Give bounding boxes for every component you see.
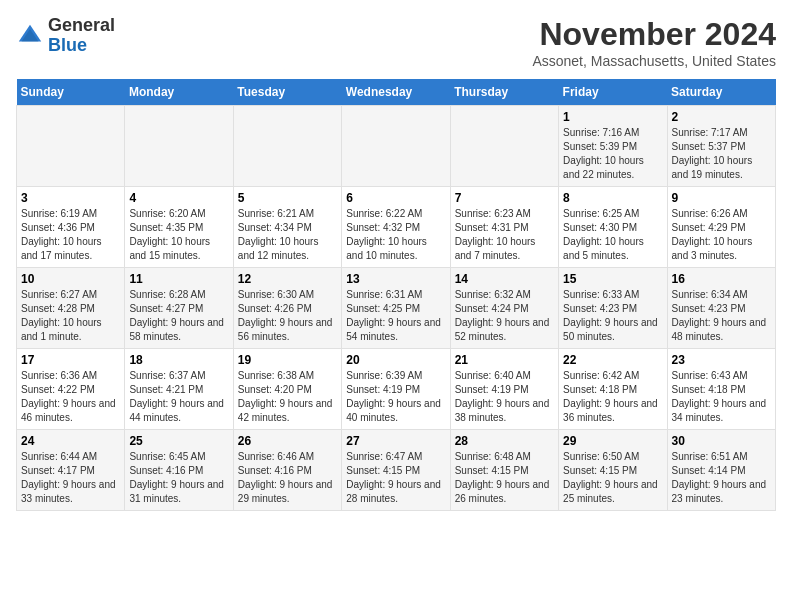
logo-icon <box>16 22 44 50</box>
title-area: November 2024 Assonet, Massachusetts, Un… <box>532 16 776 69</box>
calendar-table: SundayMondayTuesdayWednesdayThursdayFrid… <box>16 79 776 511</box>
day-info: Sunrise: 6:42 AM Sunset: 4:18 PM Dayligh… <box>563 369 662 425</box>
day-number: 7 <box>455 191 554 205</box>
day-info: Sunrise: 6:45 AM Sunset: 4:16 PM Dayligh… <box>129 450 228 506</box>
day-number: 28 <box>455 434 554 448</box>
calendar-cell <box>233 106 341 187</box>
day-number: 25 <box>129 434 228 448</box>
calendar-cell: 9Sunrise: 6:26 AM Sunset: 4:29 PM Daylig… <box>667 187 775 268</box>
day-number: 22 <box>563 353 662 367</box>
calendar-cell: 24Sunrise: 6:44 AM Sunset: 4:17 PM Dayli… <box>17 430 125 511</box>
day-number: 10 <box>21 272 120 286</box>
day-number: 29 <box>563 434 662 448</box>
day-number: 12 <box>238 272 337 286</box>
calendar-cell: 4Sunrise: 6:20 AM Sunset: 4:35 PM Daylig… <box>125 187 233 268</box>
location: Assonet, Massachusetts, United States <box>532 53 776 69</box>
day-number: 11 <box>129 272 228 286</box>
week-row-1: 3Sunrise: 6:19 AM Sunset: 4:36 PM Daylig… <box>17 187 776 268</box>
day-info: Sunrise: 6:25 AM Sunset: 4:30 PM Dayligh… <box>563 207 662 263</box>
calendar-cell: 10Sunrise: 6:27 AM Sunset: 4:28 PM Dayli… <box>17 268 125 349</box>
calendar-cell: 15Sunrise: 6:33 AM Sunset: 4:23 PM Dayli… <box>559 268 667 349</box>
day-info: Sunrise: 6:30 AM Sunset: 4:26 PM Dayligh… <box>238 288 337 344</box>
day-info: Sunrise: 6:44 AM Sunset: 4:17 PM Dayligh… <box>21 450 120 506</box>
calendar-cell <box>125 106 233 187</box>
day-info: Sunrise: 6:20 AM Sunset: 4:35 PM Dayligh… <box>129 207 228 263</box>
header-saturday: Saturday <box>667 79 775 106</box>
logo-blue: Blue <box>48 35 87 55</box>
logo: General Blue <box>16 16 115 56</box>
day-info: Sunrise: 6:34 AM Sunset: 4:23 PM Dayligh… <box>672 288 771 344</box>
day-info: Sunrise: 6:31 AM Sunset: 4:25 PM Dayligh… <box>346 288 445 344</box>
calendar-cell: 2Sunrise: 7:17 AM Sunset: 5:37 PM Daylig… <box>667 106 775 187</box>
day-number: 5 <box>238 191 337 205</box>
day-info: Sunrise: 6:43 AM Sunset: 4:18 PM Dayligh… <box>672 369 771 425</box>
calendar-cell: 28Sunrise: 6:48 AM Sunset: 4:15 PM Dayli… <box>450 430 558 511</box>
calendar-cell: 19Sunrise: 6:38 AM Sunset: 4:20 PM Dayli… <box>233 349 341 430</box>
day-number: 1 <box>563 110 662 124</box>
day-number: 8 <box>563 191 662 205</box>
day-number: 3 <box>21 191 120 205</box>
day-info: Sunrise: 7:17 AM Sunset: 5:37 PM Dayligh… <box>672 126 771 182</box>
day-info: Sunrise: 6:36 AM Sunset: 4:22 PM Dayligh… <box>21 369 120 425</box>
day-number: 18 <box>129 353 228 367</box>
day-info: Sunrise: 6:19 AM Sunset: 4:36 PM Dayligh… <box>21 207 120 263</box>
day-info: Sunrise: 6:26 AM Sunset: 4:29 PM Dayligh… <box>672 207 771 263</box>
day-info: Sunrise: 6:38 AM Sunset: 4:20 PM Dayligh… <box>238 369 337 425</box>
day-number: 27 <box>346 434 445 448</box>
header-wednesday: Wednesday <box>342 79 450 106</box>
logo-text: General Blue <box>48 16 115 56</box>
calendar-cell <box>450 106 558 187</box>
day-info: Sunrise: 6:39 AM Sunset: 4:19 PM Dayligh… <box>346 369 445 425</box>
day-info: Sunrise: 6:48 AM Sunset: 4:15 PM Dayligh… <box>455 450 554 506</box>
header-tuesday: Tuesday <box>233 79 341 106</box>
day-info: Sunrise: 6:47 AM Sunset: 4:15 PM Dayligh… <box>346 450 445 506</box>
week-row-0: 1Sunrise: 7:16 AM Sunset: 5:39 PM Daylig… <box>17 106 776 187</box>
calendar-cell: 5Sunrise: 6:21 AM Sunset: 4:34 PM Daylig… <box>233 187 341 268</box>
day-number: 16 <box>672 272 771 286</box>
calendar-cell: 16Sunrise: 6:34 AM Sunset: 4:23 PM Dayli… <box>667 268 775 349</box>
day-number: 20 <box>346 353 445 367</box>
header-row: SundayMondayTuesdayWednesdayThursdayFrid… <box>17 79 776 106</box>
day-info: Sunrise: 6:32 AM Sunset: 4:24 PM Dayligh… <box>455 288 554 344</box>
day-number: 4 <box>129 191 228 205</box>
month-title: November 2024 <box>532 16 776 53</box>
calendar-cell: 29Sunrise: 6:50 AM Sunset: 4:15 PM Dayli… <box>559 430 667 511</box>
calendar-cell: 26Sunrise: 6:46 AM Sunset: 4:16 PM Dayli… <box>233 430 341 511</box>
day-number: 17 <box>21 353 120 367</box>
calendar-cell: 8Sunrise: 6:25 AM Sunset: 4:30 PM Daylig… <box>559 187 667 268</box>
calendar-cell: 25Sunrise: 6:45 AM Sunset: 4:16 PM Dayli… <box>125 430 233 511</box>
header-thursday: Thursday <box>450 79 558 106</box>
header-friday: Friday <box>559 79 667 106</box>
day-info: Sunrise: 6:27 AM Sunset: 4:28 PM Dayligh… <box>21 288 120 344</box>
day-number: 21 <box>455 353 554 367</box>
header-sunday: Sunday <box>17 79 125 106</box>
calendar-header: SundayMondayTuesdayWednesdayThursdayFrid… <box>17 79 776 106</box>
calendar-body: 1Sunrise: 7:16 AM Sunset: 5:39 PM Daylig… <box>17 106 776 511</box>
day-number: 19 <box>238 353 337 367</box>
week-row-2: 10Sunrise: 6:27 AM Sunset: 4:28 PM Dayli… <box>17 268 776 349</box>
calendar-cell: 11Sunrise: 6:28 AM Sunset: 4:27 PM Dayli… <box>125 268 233 349</box>
calendar-cell: 12Sunrise: 6:30 AM Sunset: 4:26 PM Dayli… <box>233 268 341 349</box>
day-info: Sunrise: 6:51 AM Sunset: 4:14 PM Dayligh… <box>672 450 771 506</box>
calendar-cell: 18Sunrise: 6:37 AM Sunset: 4:21 PM Dayli… <box>125 349 233 430</box>
day-info: Sunrise: 6:33 AM Sunset: 4:23 PM Dayligh… <box>563 288 662 344</box>
day-info: Sunrise: 6:22 AM Sunset: 4:32 PM Dayligh… <box>346 207 445 263</box>
day-number: 30 <box>672 434 771 448</box>
calendar-cell: 1Sunrise: 7:16 AM Sunset: 5:39 PM Daylig… <box>559 106 667 187</box>
day-number: 15 <box>563 272 662 286</box>
calendar-cell: 6Sunrise: 6:22 AM Sunset: 4:32 PM Daylig… <box>342 187 450 268</box>
calendar-cell: 3Sunrise: 6:19 AM Sunset: 4:36 PM Daylig… <box>17 187 125 268</box>
calendar-cell: 22Sunrise: 6:42 AM Sunset: 4:18 PM Dayli… <box>559 349 667 430</box>
day-info: Sunrise: 7:16 AM Sunset: 5:39 PM Dayligh… <box>563 126 662 182</box>
day-number: 24 <box>21 434 120 448</box>
calendar-cell: 23Sunrise: 6:43 AM Sunset: 4:18 PM Dayli… <box>667 349 775 430</box>
day-number: 26 <box>238 434 337 448</box>
day-number: 9 <box>672 191 771 205</box>
day-number: 23 <box>672 353 771 367</box>
day-number: 6 <box>346 191 445 205</box>
day-info: Sunrise: 6:37 AM Sunset: 4:21 PM Dayligh… <box>129 369 228 425</box>
calendar-cell: 13Sunrise: 6:31 AM Sunset: 4:25 PM Dayli… <box>342 268 450 349</box>
calendar-cell: 30Sunrise: 6:51 AM Sunset: 4:14 PM Dayli… <box>667 430 775 511</box>
day-info: Sunrise: 6:46 AM Sunset: 4:16 PM Dayligh… <box>238 450 337 506</box>
day-number: 14 <box>455 272 554 286</box>
